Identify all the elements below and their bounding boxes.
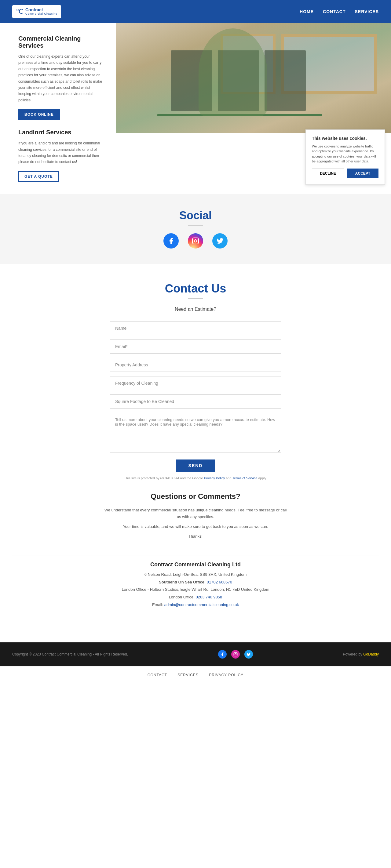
cookie-decline-button[interactable]: DECLINE [312,168,344,178]
address-input[interactable] [110,358,281,372]
footer-dark: Copyright © 2023 Contract Commercial Cle… [0,642,391,666]
footer-privacy-link[interactable]: PRIVACY POLICY [209,673,243,677]
commercial-body: One of our cleaning experts can attend y… [18,54,104,103]
social-section: Social [0,194,391,264]
social-icons [12,233,379,249]
footer-powered: Powered by GoDaddy [343,652,379,656]
nav-links: HOME CONTACT SERVICES [300,9,379,14]
twitter-icon[interactable] [212,233,228,249]
landlord-title: Landlord Services [18,129,104,136]
email-input[interactable] [110,340,281,353]
footer-facebook-icon[interactable] [218,650,227,658]
hero-section: Commercial Cleaning Services One of our … [0,23,391,194]
instagram-icon[interactable] [188,233,203,249]
get-quote-button[interactable]: GET A QUOTE [18,171,59,182]
footer-copyright: Copyright © 2023 Contract Commercial Cle… [12,652,128,656]
social-title: Social [12,209,379,222]
questions-body2: Your time is valuable, and we will make … [104,523,287,530]
hero-content: Commercial Cleaning Services One of our … [0,23,116,194]
navbar: ℃ Contract Commercial Cleaning HOME CONT… [0,0,391,23]
svg-point-1 [194,240,197,242]
svg-rect-0 [192,238,199,244]
contact-form: SEND This site is protected by reCAPTCHA… [110,321,281,480]
contact-section: Contact Us Need an Estimate? SEND This s… [0,264,391,642]
name-input[interactable] [110,321,281,335]
facebook-icon[interactable] [163,233,179,249]
nav-home[interactable]: HOME [300,9,314,14]
cookie-banner: This website uses cookies. We use cookie… [305,129,385,185]
commercial-title: Commercial Cleaning Services [18,35,104,49]
email-link[interactable]: admin@contractcommercialcleaning.co.uk [164,602,239,607]
footer-instagram-icon[interactable] [231,650,240,658]
logo-text: Contract [25,8,57,12]
godaddy-link[interactable]: GoDaddy [363,652,379,656]
logo-subtext: Commercial Cleaning [25,12,57,15]
email-info: Email: admin@contractcommercialcleaning.… [24,601,367,609]
questions-body3: Thanks! [104,533,287,540]
recaptcha-notice: This site is protected by reCAPTCHA and … [110,476,281,480]
book-online-button[interactable]: BOOK ONLINE [18,109,60,120]
footer-social [218,650,253,658]
southend-info: Southend On Sea Office: 01702 668670 [24,579,367,586]
logo[interactable]: ℃ Contract Commercial Cleaning [12,5,61,18]
contact-title: Contact Us [12,282,379,295]
send-button[interactable]: SEND [176,460,215,472]
nav-contact[interactable]: CONTACT [323,9,345,15]
svg-rect-3 [234,652,237,656]
hero-image-wrap: This website uses cookies. We use cookie… [116,23,391,194]
frequency-input[interactable] [110,376,281,390]
privacy-policy-link[interactable]: Privacy Policy [204,476,225,480]
footer-contact-link[interactable]: CONTACT [148,673,167,677]
contact-divider [188,298,203,299]
questions-section: Questions or Comments? We understand tha… [104,492,287,540]
logo-icon: ℃ [16,8,24,16]
company-info: Contract Commercial Cleaning Ltd 6 Nelso… [12,555,379,624]
nav-services[interactable]: SERVICES [355,9,379,14]
cookie-title: This website uses cookies. [312,136,379,141]
london-phone-info: London Office: 0203 740 9858 [24,593,367,601]
message-textarea[interactable] [110,413,281,453]
cookie-body: We use cookies to analyze website traffi… [312,144,379,164]
svg-point-2 [197,239,198,239]
london-info: London Office - Holborn Studios, Eagle W… [24,586,367,593]
company-address: 6 Nelson Road, Leigh-On-Sea, SS9 3HX, Un… [24,571,367,579]
london-phone-link[interactable]: 0203 740 9858 [196,595,222,599]
svg-point-4 [235,653,236,655]
terms-link[interactable]: Terms of Service [232,476,257,480]
cookie-buttons: DECLINE ACCEPT [312,168,379,178]
landlord-body: If you are a landlord and are looking fo… [18,140,104,165]
southend-phone-link[interactable]: 01702 668670 [207,580,232,584]
company-name: Contract Commercial Cleaning Ltd [24,561,367,568]
footage-input[interactable] [110,395,281,408]
cookie-accept-button[interactable]: ACCEPT [347,168,379,178]
social-divider [188,225,203,226]
footer-twitter-icon[interactable] [244,650,253,658]
questions-body1: We understand that every commercial situ… [104,507,287,520]
footer-links: CONTACT SERVICES PRIVACY POLICY [0,666,391,683]
questions-title: Questions or Comments? [104,492,287,501]
estimate-subtitle: Need an Estimate? [12,307,379,312]
footer-services-link[interactable]: SERVICES [178,673,198,677]
